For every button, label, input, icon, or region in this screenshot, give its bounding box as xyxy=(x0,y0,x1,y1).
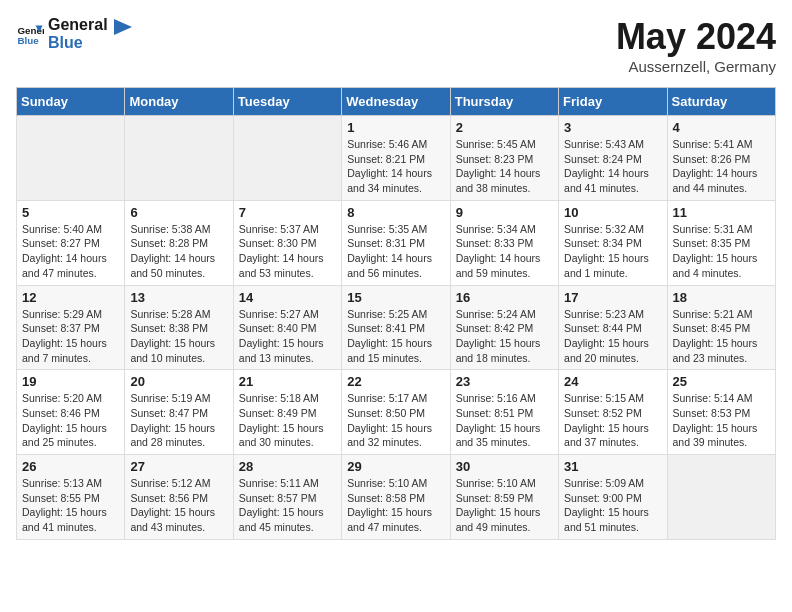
calendar-day-cell: 11 Sunrise: 5:31 AM Sunset: 8:35 PM Dayl… xyxy=(667,200,775,285)
day-info: Sunrise: 5:28 AM Sunset: 8:38 PM Dayligh… xyxy=(130,307,227,366)
day-info: Sunrise: 5:40 AM Sunset: 8:27 PM Dayligh… xyxy=(22,222,119,281)
day-number: 4 xyxy=(673,120,770,135)
day-number: 11 xyxy=(673,205,770,220)
calendar-day-cell: 30 Sunrise: 5:10 AM Sunset: 8:59 PM Dayl… xyxy=(450,455,558,540)
month-year-title: May 2024 xyxy=(616,16,776,58)
calendar-day-cell: 17 Sunrise: 5:23 AM Sunset: 8:44 PM Dayl… xyxy=(559,285,667,370)
day-info: Sunrise: 5:19 AM Sunset: 8:47 PM Dayligh… xyxy=(130,391,227,450)
day-number: 1 xyxy=(347,120,444,135)
logo-icon: General Blue xyxy=(16,20,44,48)
calendar-day-cell: 14 Sunrise: 5:27 AM Sunset: 8:40 PM Dayl… xyxy=(233,285,341,370)
day-info: Sunrise: 5:12 AM Sunset: 8:56 PM Dayligh… xyxy=(130,476,227,535)
calendar-table: Sunday Monday Tuesday Wednesday Thursday… xyxy=(16,87,776,540)
day-info: Sunrise: 5:10 AM Sunset: 8:59 PM Dayligh… xyxy=(456,476,553,535)
day-number: 22 xyxy=(347,374,444,389)
day-info: Sunrise: 5:29 AM Sunset: 8:37 PM Dayligh… xyxy=(22,307,119,366)
calendar-day-cell: 10 Sunrise: 5:32 AM Sunset: 8:34 PM Dayl… xyxy=(559,200,667,285)
day-info: Sunrise: 5:35 AM Sunset: 8:31 PM Dayligh… xyxy=(347,222,444,281)
calendar-day-cell: 20 Sunrise: 5:19 AM Sunset: 8:47 PM Dayl… xyxy=(125,370,233,455)
calendar-day-cell: 26 Sunrise: 5:13 AM Sunset: 8:55 PM Dayl… xyxy=(17,455,125,540)
day-number: 28 xyxy=(239,459,336,474)
col-friday: Friday xyxy=(559,88,667,116)
day-info: Sunrise: 5:14 AM Sunset: 8:53 PM Dayligh… xyxy=(673,391,770,450)
day-number: 17 xyxy=(564,290,661,305)
day-number: 21 xyxy=(239,374,336,389)
logo: General Blue General Blue xyxy=(16,16,132,51)
day-info: Sunrise: 5:23 AM Sunset: 8:44 PM Dayligh… xyxy=(564,307,661,366)
calendar-day-cell xyxy=(17,116,125,201)
day-number: 16 xyxy=(456,290,553,305)
day-info: Sunrise: 5:11 AM Sunset: 8:57 PM Dayligh… xyxy=(239,476,336,535)
day-info: Sunrise: 5:43 AM Sunset: 8:24 PM Dayligh… xyxy=(564,137,661,196)
day-number: 18 xyxy=(673,290,770,305)
day-number: 3 xyxy=(564,120,661,135)
calendar-day-cell: 29 Sunrise: 5:10 AM Sunset: 8:58 PM Dayl… xyxy=(342,455,450,540)
day-info: Sunrise: 5:10 AM Sunset: 8:58 PM Dayligh… xyxy=(347,476,444,535)
calendar-day-cell: 12 Sunrise: 5:29 AM Sunset: 8:37 PM Dayl… xyxy=(17,285,125,370)
day-number: 31 xyxy=(564,459,661,474)
logo-flag-icon xyxy=(114,19,132,41)
col-saturday: Saturday xyxy=(667,88,775,116)
col-monday: Monday xyxy=(125,88,233,116)
day-number: 29 xyxy=(347,459,444,474)
day-info: Sunrise: 5:38 AM Sunset: 8:28 PM Dayligh… xyxy=(130,222,227,281)
day-info: Sunrise: 5:34 AM Sunset: 8:33 PM Dayligh… xyxy=(456,222,553,281)
day-info: Sunrise: 5:20 AM Sunset: 8:46 PM Dayligh… xyxy=(22,391,119,450)
day-number: 2 xyxy=(456,120,553,135)
day-number: 10 xyxy=(564,205,661,220)
day-info: Sunrise: 5:24 AM Sunset: 8:42 PM Dayligh… xyxy=(456,307,553,366)
calendar-day-cell: 7 Sunrise: 5:37 AM Sunset: 8:30 PM Dayli… xyxy=(233,200,341,285)
day-info: Sunrise: 5:32 AM Sunset: 8:34 PM Dayligh… xyxy=(564,222,661,281)
svg-text:Blue: Blue xyxy=(17,34,39,45)
day-number: 20 xyxy=(130,374,227,389)
calendar-day-cell: 19 Sunrise: 5:20 AM Sunset: 8:46 PM Dayl… xyxy=(17,370,125,455)
day-info: Sunrise: 5:18 AM Sunset: 8:49 PM Dayligh… xyxy=(239,391,336,450)
calendar-day-cell: 15 Sunrise: 5:25 AM Sunset: 8:41 PM Dayl… xyxy=(342,285,450,370)
calendar-day-cell: 27 Sunrise: 5:12 AM Sunset: 8:56 PM Dayl… xyxy=(125,455,233,540)
calendar-day-cell xyxy=(667,455,775,540)
day-info: Sunrise: 5:27 AM Sunset: 8:40 PM Dayligh… xyxy=(239,307,336,366)
calendar-day-cell: 6 Sunrise: 5:38 AM Sunset: 8:28 PM Dayli… xyxy=(125,200,233,285)
day-number: 15 xyxy=(347,290,444,305)
day-number: 5 xyxy=(22,205,119,220)
day-number: 14 xyxy=(239,290,336,305)
calendar-day-cell: 4 Sunrise: 5:41 AM Sunset: 8:26 PM Dayli… xyxy=(667,116,775,201)
day-info: Sunrise: 5:09 AM Sunset: 9:00 PM Dayligh… xyxy=(564,476,661,535)
calendar-header-row: Sunday Monday Tuesday Wednesday Thursday… xyxy=(17,88,776,116)
calendar-week-row: 12 Sunrise: 5:29 AM Sunset: 8:37 PM Dayl… xyxy=(17,285,776,370)
day-number: 12 xyxy=(22,290,119,305)
day-info: Sunrise: 5:37 AM Sunset: 8:30 PM Dayligh… xyxy=(239,222,336,281)
calendar-day-cell: 16 Sunrise: 5:24 AM Sunset: 8:42 PM Dayl… xyxy=(450,285,558,370)
calendar-day-cell xyxy=(233,116,341,201)
calendar-day-cell: 9 Sunrise: 5:34 AM Sunset: 8:33 PM Dayli… xyxy=(450,200,558,285)
calendar-day-cell: 25 Sunrise: 5:14 AM Sunset: 8:53 PM Dayl… xyxy=(667,370,775,455)
day-info: Sunrise: 5:15 AM Sunset: 8:52 PM Dayligh… xyxy=(564,391,661,450)
calendar-week-row: 1 Sunrise: 5:46 AM Sunset: 8:21 PM Dayli… xyxy=(17,116,776,201)
calendar-day-cell: 5 Sunrise: 5:40 AM Sunset: 8:27 PM Dayli… xyxy=(17,200,125,285)
title-block: May 2024 Aussernzell, Germany xyxy=(616,16,776,75)
logo-general: General xyxy=(48,16,108,34)
day-number: 8 xyxy=(347,205,444,220)
day-info: Sunrise: 5:13 AM Sunset: 8:55 PM Dayligh… xyxy=(22,476,119,535)
calendar-day-cell: 13 Sunrise: 5:28 AM Sunset: 8:38 PM Dayl… xyxy=(125,285,233,370)
day-info: Sunrise: 5:16 AM Sunset: 8:51 PM Dayligh… xyxy=(456,391,553,450)
day-number: 23 xyxy=(456,374,553,389)
calendar-day-cell: 8 Sunrise: 5:35 AM Sunset: 8:31 PM Dayli… xyxy=(342,200,450,285)
day-number: 9 xyxy=(456,205,553,220)
col-wednesday: Wednesday xyxy=(342,88,450,116)
day-number: 26 xyxy=(22,459,119,474)
day-info: Sunrise: 5:31 AM Sunset: 8:35 PM Dayligh… xyxy=(673,222,770,281)
calendar-day-cell: 21 Sunrise: 5:18 AM Sunset: 8:49 PM Dayl… xyxy=(233,370,341,455)
logo-blue: Blue xyxy=(48,34,108,52)
calendar-week-row: 19 Sunrise: 5:20 AM Sunset: 8:46 PM Dayl… xyxy=(17,370,776,455)
calendar-week-row: 26 Sunrise: 5:13 AM Sunset: 8:55 PM Dayl… xyxy=(17,455,776,540)
day-info: Sunrise: 5:25 AM Sunset: 8:41 PM Dayligh… xyxy=(347,307,444,366)
svg-marker-3 xyxy=(114,19,132,35)
calendar-day-cell: 3 Sunrise: 5:43 AM Sunset: 8:24 PM Dayli… xyxy=(559,116,667,201)
day-info: Sunrise: 5:45 AM Sunset: 8:23 PM Dayligh… xyxy=(456,137,553,196)
day-info: Sunrise: 5:21 AM Sunset: 8:45 PM Dayligh… xyxy=(673,307,770,366)
day-number: 6 xyxy=(130,205,227,220)
day-number: 27 xyxy=(130,459,227,474)
calendar-day-cell: 1 Sunrise: 5:46 AM Sunset: 8:21 PM Dayli… xyxy=(342,116,450,201)
day-number: 30 xyxy=(456,459,553,474)
